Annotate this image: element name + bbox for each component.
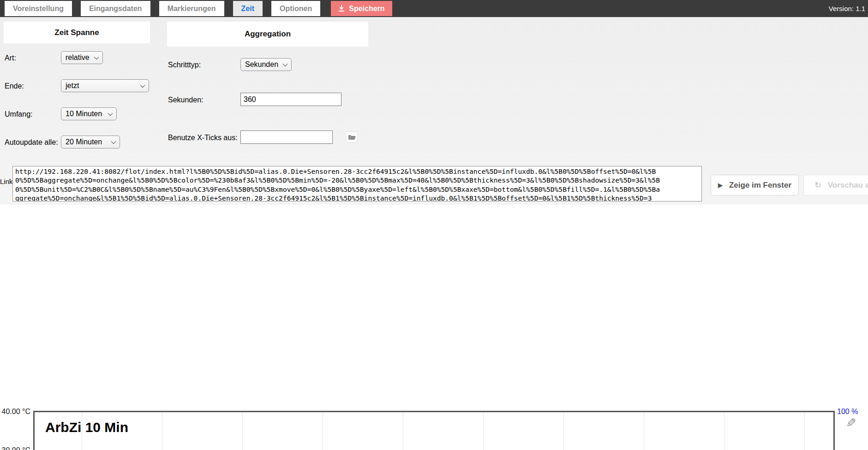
y-left-tick-label: 40.00 °C [0,408,30,416]
folder-icon [348,134,356,140]
chevron-down-icon [94,54,99,59]
aggregation-header: Aggregation [167,22,368,47]
save-button-label: Speichern [349,5,384,13]
link-label: Link [0,178,13,185]
show-in-window-button[interactable]: ▶ Zeige im Fenster [711,175,799,195]
y-left-tick-label: 30.00 °C [0,446,30,450]
tab-voreinstellung[interactable]: Voreinstellung [5,1,72,16]
schritttyp-select[interactable]: Sekunden [240,58,292,71]
art-label: Art: [5,54,16,62]
version-label: Version: 1.1 [829,5,868,12]
umfang-select-value: 10 Minuten [66,110,102,118]
umfang-label: Umfang: [5,110,32,118]
refresh-preview-label: Vorschau aktualisieren [828,181,868,190]
chevron-down-icon [140,83,145,88]
autoupdate-select-value: 20 Minuten [66,138,102,146]
time-span-header: Zeit Spanne [4,22,150,43]
y-right-tick-label: 100 % [837,408,858,416]
sekunden-label: Sekunden: [168,96,204,104]
chart-title: ArbZi 10 Min [45,420,128,435]
schritttyp-select-value: Sekunden [245,60,278,69]
download-icon [338,5,345,12]
aggregation-title: Aggregation [245,30,291,39]
xticks-input[interactable] [240,130,333,144]
ende-select[interactable]: jetzt [61,79,149,92]
schritttyp-label: Schritttyp: [168,61,201,69]
top-navigation-bar: Voreinstellung Eingangsdaten Markierunge… [0,0,868,17]
edit-axis-pencil-icon[interactable]: ✎ [846,416,856,431]
ende-label: Ende: [5,82,24,90]
chevron-down-icon [111,139,116,144]
art-select-value: relative [66,53,90,62]
chevron-down-icon [282,61,287,66]
settings-panel: Zeit Spanne Art: relative Ende: jetzt Um… [0,17,868,205]
art-select[interactable]: relative [61,51,103,64]
autoupdate-label: Autoupdate alle: [5,138,58,147]
sekunden-input[interactable] [240,93,341,106]
link-url-textarea[interactable]: http://192.168.220.41:8082/flot/index.ht… [12,166,702,201]
tab-optionen[interactable]: Optionen [271,1,320,16]
tab-markierungen[interactable]: Markierungen [159,1,224,16]
save-button[interactable]: Speichern [331,1,392,16]
tab-eingangsdaten[interactable]: Eingangsdaten [81,1,150,16]
chevron-down-icon [108,111,113,116]
time-span-title: Zeit Spanne [54,28,99,37]
ende-select-value: jetzt [66,82,79,90]
play-icon: ▶ [718,182,723,189]
refresh-icon: ↻ [814,180,821,190]
chart-section: ArbZi 10 Min 40.00 °C30.00 °C20.00 °C10.… [0,205,868,450]
browse-file-button[interactable] [346,131,358,143]
xticks-label: Benutze X-Ticks aus: [168,134,238,142]
refresh-preview-button[interactable]: ↻ Vorschau aktualisieren [803,175,868,195]
autoupdate-select[interactable]: 20 Minuten [61,136,120,148]
tab-zeit[interactable]: Zeit [233,1,263,16]
chart-plot[interactable] [33,411,835,450]
umfang-select[interactable]: 10 Minuten [61,107,117,120]
show-in-window-label: Zeige im Fenster [729,181,791,190]
